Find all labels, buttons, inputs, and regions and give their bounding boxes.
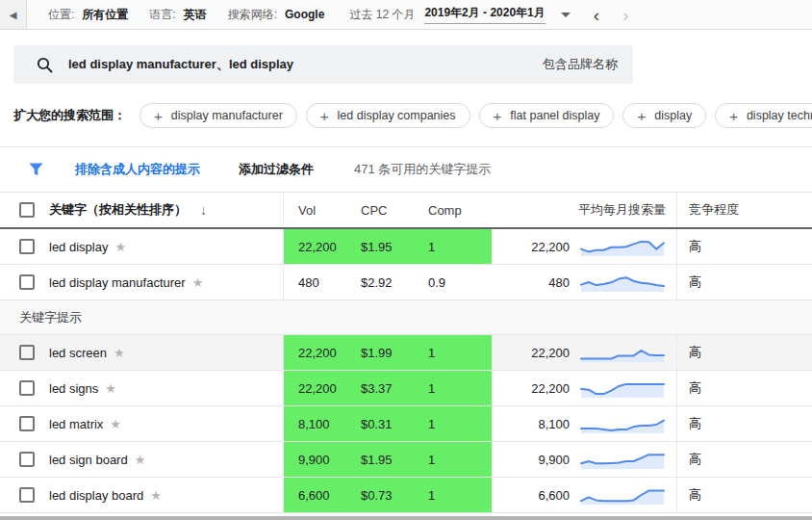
suggested-keywords-body: led screen ★ 22,200 $1.99 1 22,200 高 led… [0, 335, 812, 513]
competition-cell: 高 [676, 229, 812, 264]
avg-monthly-cell: 22,200 [492, 335, 676, 370]
competition-cell: 高 [676, 265, 812, 299]
trend-sparkline [579, 342, 666, 363]
avg-monthly-value: 22,200 [531, 240, 570, 254]
row-checkbox[interactable] [19, 274, 35, 290]
plus-icon: + [320, 108, 329, 124]
comp-value: 1 [428, 406, 492, 441]
metrics-group: 6,600 $0.73 1 [284, 478, 492, 512]
date-range-dropdown[interactable]: 2019年2月 - 2020年1月 [424, 5, 545, 24]
vol-value: 9,900 [284, 442, 361, 477]
row-checkbox[interactable] [19, 487, 35, 503]
star-icon[interactable]: ★ [135, 453, 146, 467]
competition-cell: 高 [676, 335, 812, 370]
metrics-group: 8,100 $0.31 1 [284, 406, 492, 441]
avg-monthly-value: 8,100 [538, 417, 570, 431]
chip-label: display technology [747, 109, 812, 122]
competition-value: 高 [689, 238, 701, 255]
chip-label: led display companies [338, 109, 456, 122]
period-label: 过去 12 个月 [349, 7, 415, 23]
avg-monthly-cell: 22,200 [492, 229, 676, 264]
keyword-cell: led display ★ [0, 229, 284, 264]
broaden-chip[interactable]: + display [622, 103, 706, 128]
location-value[interactable]: 所有位置 [82, 7, 128, 23]
comp-column-header[interactable]: Comp [428, 193, 492, 227]
chip-label: flat panel display [510, 109, 599, 122]
vol-column-header[interactable]: Vol [284, 193, 361, 227]
cpc-column-header[interactable]: CPC [361, 193, 428, 227]
table-row: led matrix ★ 8,100 $0.31 1 8,100 高 [0, 406, 812, 442]
trend-sparkline [579, 377, 666, 399]
collapse-panel-button[interactable]: ◀ [0, 0, 27, 29]
chevron-down-icon[interactable] [561, 13, 571, 17]
star-icon[interactable]: ★ [192, 275, 204, 290]
trend-sparkline [579, 449, 666, 470]
comp-value: 1 [428, 229, 492, 264]
broaden-chip[interactable]: + led display companies [306, 103, 470, 128]
next-period-button[interactable]: › [622, 6, 628, 24]
triangle-left-icon: ◀ [10, 10, 17, 20]
language-value[interactable]: 英语 [184, 7, 207, 23]
metrics-group: 22,200 $1.99 1 [284, 335, 492, 370]
competition-column-header[interactable]: 竞争程度 [689, 201, 739, 219]
broaden-chip[interactable]: + display technology [715, 103, 812, 128]
settings-toolbar: ◀ 位置: 所有位置 语言: 英语 搜索网络: Google 过去 12 个月 … [0, 0, 812, 30]
broaden-chip[interactable]: + display manufacturer [140, 103, 297, 128]
keyword-cell: led matrix ★ [0, 406, 284, 441]
trend-sparkline [579, 236, 666, 257]
avg-monthly-value: 22,200 [531, 346, 570, 360]
comp-value: 1 [428, 442, 492, 477]
row-checkbox[interactable] [19, 416, 35, 431]
keyword-search-bar[interactable]: led display manufacturer、led display 包含品… [13, 45, 633, 84]
competition-value: 高 [689, 273, 701, 291]
competition-value: 高 [689, 344, 701, 361]
filter-funnel-icon[interactable] [29, 163, 43, 176]
keyword-ideas-section-header: 关键字提示 [0, 300, 812, 335]
star-icon[interactable]: ★ [110, 417, 121, 431]
metrics-group: 22,200 $3.37 1 [284, 371, 492, 405]
keyword-text: led display manufacturer [49, 275, 186, 290]
competition-value: 高 [689, 451, 701, 468]
horizontal-scrollbar[interactable] [0, 516, 812, 520]
previous-period-button[interactable]: ‹ [594, 6, 599, 24]
comp-value: 1 [428, 478, 492, 512]
plus-icon: + [729, 108, 738, 124]
star-icon[interactable]: ★ [114, 240, 126, 254]
competition-value: 高 [689, 379, 701, 397]
broaden-chip[interactable]: + flat panel display [479, 103, 615, 128]
star-icon[interactable]: ★ [114, 346, 125, 360]
exclude-adult-filter-link[interactable]: 排除含成人内容的提示 [75, 161, 200, 178]
keyword-text: led signs [49, 381, 98, 396]
competition-cell: 高 [676, 406, 812, 441]
row-checkbox[interactable] [19, 380, 35, 396]
available-keywords-count: 471 条可用的关键字提示 [354, 161, 491, 178]
competition-cell: 高 [676, 371, 812, 405]
row-checkbox[interactable] [19, 452, 35, 467]
comp-value: 1 [428, 335, 492, 370]
keyword-column-header[interactable]: 关键字（按相关性排序） [49, 201, 187, 219]
plus-icon: + [154, 108, 163, 124]
selected-keywords-body: led display ★ 22,200 $1.95 1 22,200 高 le… [0, 229, 812, 300]
row-checkbox[interactable] [19, 239, 35, 254]
keyword-text: led display [49, 240, 108, 254]
star-icon[interactable]: ★ [105, 381, 116, 396]
add-filter-button[interactable]: 添加过滤条件 [239, 161, 314, 178]
avg-monthly-cell: 6,600 [492, 478, 676, 512]
star-icon[interactable]: ★ [150, 488, 162, 503]
table-row: led signs ★ 22,200 $3.37 1 22,200 高 [0, 371, 812, 406]
avg-monthly-value: 480 [548, 275, 570, 290]
row-checkbox[interactable] [19, 345, 35, 360]
sort-descending-icon[interactable]: ↓ [200, 202, 207, 218]
network-value[interactable]: Google [285, 8, 324, 21]
vol-value: 6,600 [284, 478, 361, 512]
select-all-checkbox[interactable] [19, 202, 35, 218]
competition-cell: 高 [676, 478, 812, 512]
include-brand-label[interactable]: 包含品牌名称 [543, 56, 618, 73]
search-input[interactable]: led display manufacturer、led display [68, 56, 293, 73]
vol-value: 22,200 [284, 335, 361, 370]
network-label: 搜索网络: [228, 7, 277, 23]
metrics-group: 9,900 $1.95 1 [284, 442, 492, 477]
avg-monthly-value: 9,900 [538, 453, 570, 467]
table-row: led sign board ★ 9,900 $1.95 1 9,900 高 [0, 442, 812, 478]
avg-monthly-column-header[interactable]: 平均每月搜索量 [578, 201, 666, 219]
